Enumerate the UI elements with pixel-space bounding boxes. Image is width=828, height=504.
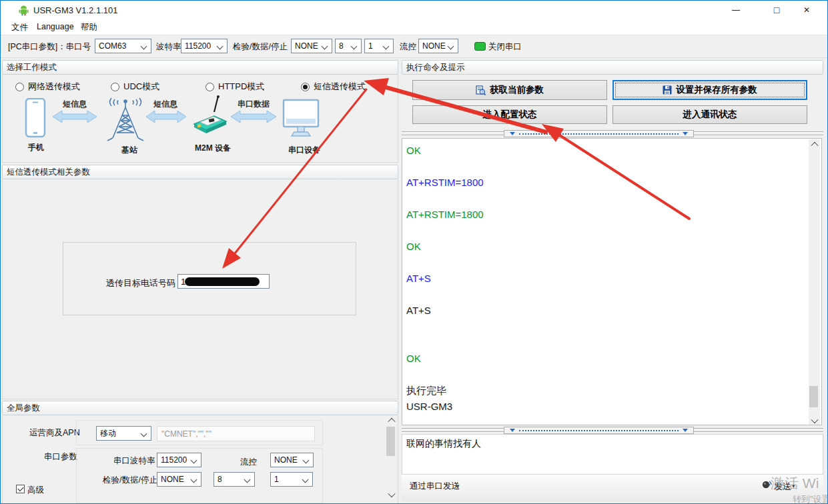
radio-icon[interactable] xyxy=(205,83,214,91)
stopbits-value: 1 xyxy=(368,41,373,51)
log-line xyxy=(406,319,805,335)
save-params-button[interactable]: 设置并保存所有参数 xyxy=(612,80,807,100)
serial-params-label: 串口参数 xyxy=(44,451,77,463)
radio-checked-icon[interactable] xyxy=(301,83,310,91)
dropdown-arrow-icon[interactable]: ▾ xyxy=(456,483,460,489)
log-line xyxy=(406,159,805,175)
scroll-up-icon[interactable] xyxy=(386,415,397,425)
log-line xyxy=(406,335,805,351)
mode-option-httpd[interactable]: HTTPD模式 xyxy=(205,81,264,93)
minimize-button[interactable]: — xyxy=(721,0,751,20)
log-line xyxy=(406,191,805,207)
apn-value: "CMNET","","" xyxy=(161,429,212,439)
get-params-button[interactable]: 获取当前参数 xyxy=(412,80,607,100)
serial-toolbar: [PC串口参数]：串口号 COM63 波特率 115200 检验/数据/停止 N… xyxy=(0,35,828,58)
collapse-arrow-icon xyxy=(683,429,688,432)
mode-option-network[interactable]: 网络透传模式 xyxy=(15,81,80,93)
title-bar[interactable]: USR-GM3 V1.2.1.101 — □ ✕ xyxy=(0,0,828,20)
enter-config-label: 进入配置状态 xyxy=(483,109,537,121)
gp-parity-value: NONE xyxy=(161,475,184,484)
scrollbar-thumb[interactable] xyxy=(809,386,818,407)
log-line xyxy=(406,287,805,303)
gp-flow-select[interactable]: NONE xyxy=(270,453,314,467)
serial-params-panel: 串口波特率 115200 流控 NONE 检验/数据/停止 NONE 8 1 xyxy=(76,448,323,503)
phone-icon xyxy=(25,98,46,138)
parity-value: NONE xyxy=(295,41,318,51)
splitter-handle[interactable] xyxy=(504,130,694,137)
advanced-checkbox[interactable] xyxy=(16,485,25,493)
flow-label: 流控 xyxy=(400,41,416,53)
gp-baud-select[interactable]: 115200 xyxy=(157,453,201,467)
scrollbar-thumb[interactable] xyxy=(386,427,395,456)
log-scrollbar[interactable] xyxy=(809,139,820,425)
node-label-m2m: M2M 设备 xyxy=(195,143,231,154)
log-lines: OK AT+RSTIM=1800 AT+RSTIM=1800 OK AT+S A… xyxy=(406,143,805,415)
log-line xyxy=(406,367,805,383)
double-arrow-icon xyxy=(230,109,277,124)
log-line: OK xyxy=(406,143,805,159)
gp-baud-label: 串口波特率 xyxy=(113,455,155,467)
phone-number-label: 透传目标电话号码 xyxy=(106,277,175,289)
mode-label: HTTPD模式 xyxy=(218,81,264,93)
enter-config-button[interactable]: 进入配置状态 xyxy=(412,105,607,124)
send-message-input[interactable]: 联网的事情找有人 xyxy=(402,434,823,475)
app-window: USR-GM3 V1.2.1.101 — □ ✕ 文件 Language 帮助 … xyxy=(0,0,828,504)
send-icon xyxy=(761,479,773,491)
maximize-button[interactable]: □ xyxy=(761,0,792,20)
log-line: OK xyxy=(406,239,805,255)
splitter-handle[interactable] xyxy=(504,427,694,434)
command-log[interactable]: OK AT+RSTIM=1800 AT+RSTIM=1800 OK AT+S A… xyxy=(402,138,822,425)
scroll-up-icon[interactable] xyxy=(809,139,820,149)
mode-option-sms[interactable]: 短信透传模式 xyxy=(301,81,366,93)
send-button[interactable]: 发送 xyxy=(774,481,791,493)
radio-icon[interactable] xyxy=(111,83,119,91)
gp-stopbits-select[interactable]: 1 xyxy=(270,472,313,487)
log-line xyxy=(406,255,805,271)
enter-comm-button[interactable]: 进入通讯状态 xyxy=(612,105,807,124)
gp-databits-select[interactable]: 8 xyxy=(214,472,255,487)
phone-number-input[interactable]: 1 xyxy=(177,274,270,289)
maximize-icon: □ xyxy=(774,5,779,15)
baud-label: 波特率 xyxy=(156,41,181,53)
radio-icon[interactable] xyxy=(15,83,24,91)
menu-language[interactable]: Language xyxy=(37,22,74,31)
apn-value-field[interactable]: "CMNET","","" xyxy=(157,426,315,441)
work-mode-section: 网络透传模式 UDC模式 HTTPD模式 短信透传模式 手机 短信息 xyxy=(2,75,398,163)
gp-flow-label: 流控 xyxy=(240,457,257,468)
com-port-select[interactable]: COM63 xyxy=(95,39,151,53)
mode-label: 短信透传模式 xyxy=(314,81,366,93)
databits-select[interactable]: 8 xyxy=(335,39,362,53)
menu-file[interactable]: 文件 xyxy=(11,22,28,33)
gp-parity-select[interactable]: NONE xyxy=(157,472,201,487)
flow-select[interactable]: NONE xyxy=(418,39,458,53)
baud-select[interactable]: 115200 xyxy=(181,39,228,53)
menu-bar: 文件 Language 帮助 xyxy=(0,20,828,35)
dropdown-arrow-icon[interactable]: ▾ xyxy=(792,483,795,489)
window-title: USR-GM3 V1.2.1.101 xyxy=(33,5,117,15)
log-line xyxy=(406,223,805,239)
global-params-scrollbar[interactable] xyxy=(386,415,397,499)
minimize-icon: — xyxy=(732,5,740,15)
scroll-down-icon[interactable] xyxy=(386,489,397,499)
close-button[interactable]: ✕ xyxy=(791,0,822,20)
mode-option-udc[interactable]: UDC模式 xyxy=(111,81,159,93)
baud-value: 115200 xyxy=(185,41,211,51)
stopbits-select[interactable]: 1 xyxy=(364,39,394,53)
get-params-label: 获取当前参数 xyxy=(490,84,544,96)
send-via-serial-button[interactable]: 通过串口发送 xyxy=(410,481,460,492)
node-label-serial: 串口设备 xyxy=(288,145,320,156)
close-port-button[interactable]: 关闭串口 xyxy=(488,41,522,53)
mode-label: UDC模式 xyxy=(123,81,159,93)
link-label-sms1: 短信息 xyxy=(63,99,87,110)
log-line: AT+S xyxy=(406,271,805,287)
parity-label: 检验/数据/停止 xyxy=(233,41,288,53)
parity-select[interactable]: NONE xyxy=(291,39,332,53)
log-line: OK xyxy=(406,351,805,367)
carrier-select[interactable]: 移动 xyxy=(96,426,151,441)
global-params-header: 全局参数 xyxy=(2,401,398,415)
menu-help[interactable]: 帮助 xyxy=(81,22,97,33)
scroll-down-icon[interactable] xyxy=(809,415,820,425)
advanced-label: 高级 xyxy=(27,485,44,496)
log-line: 执行完毕 xyxy=(406,383,805,399)
mode-label: 网络透传模式 xyxy=(28,81,80,93)
